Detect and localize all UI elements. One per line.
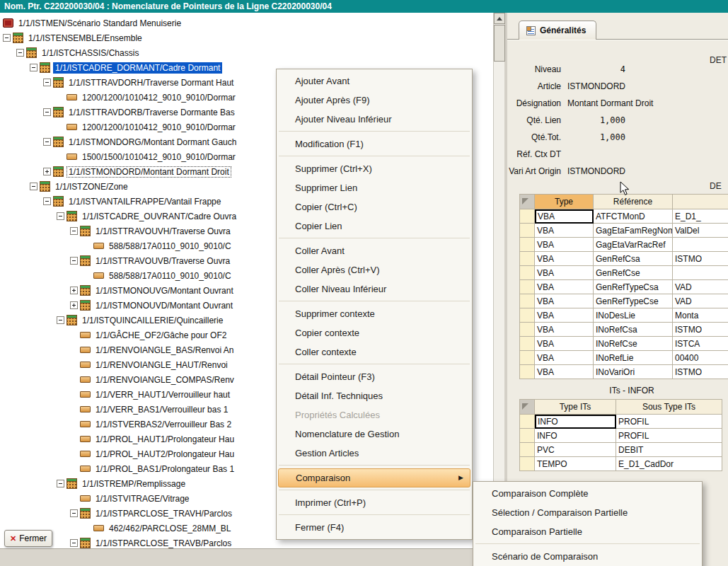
grid-cell[interactable]: PROFIL — [616, 415, 722, 429]
row-selector[interactable] — [519, 443, 535, 457]
grid-cell[interactable]: INoDesLie — [594, 308, 673, 323]
grid-cell[interactable] — [673, 238, 728, 252]
grid-cell[interactable]: VBA — [535, 308, 594, 323]
grid-cell[interactable]: VBA — [535, 238, 594, 252]
menu-item[interactable]: Gestion Articles — [277, 444, 472, 463]
grid-cell[interactable]: ISTCA — [673, 337, 728, 351]
tree-expander-minus-icon[interactable] — [70, 257, 78, 265]
grid-cell[interactable]: VBA — [535, 351, 594, 365]
tree-scrollbar[interactable] — [493, 13, 504, 548]
menu-item[interactable]: Ajouter Avant — [277, 71, 472, 91]
grid-cell[interactable]: PROFIL — [616, 429, 722, 443]
column-header[interactable]: Type ITs — [535, 399, 616, 415]
tree-expander-minus-icon[interactable] — [70, 227, 78, 235]
menu-item[interactable]: Fermer (F4) — [277, 518, 472, 537]
menu-item[interactable]: Comparaison Partielle — [473, 522, 702, 541]
grid-cell[interactable]: ISTMO — [673, 252, 728, 266]
grid-cell[interactable] — [673, 266, 728, 280]
grid-cell[interactable]: E_D1_ — [673, 209, 728, 224]
menu-item[interactable]: Détail Inf. Techniques — [277, 386, 472, 405]
grid-cell[interactable]: PVC — [535, 443, 616, 457]
tree-expander-minus-icon[interactable] — [43, 197, 51, 205]
menu-item[interactable]: Nomenclature de Gestion — [277, 424, 472, 444]
grid-cell[interactable]: VAD — [673, 280, 728, 294]
row-selector[interactable] — [519, 238, 535, 252]
menu-item[interactable]: Propriétés Calculées — [277, 405, 472, 424]
tree-expander-minus-icon[interactable] — [57, 480, 64, 487]
menu-item[interactable]: Supprimer contexte — [277, 304, 472, 323]
row-selector[interactable] — [519, 351, 535, 365]
row-selector[interactable] — [519, 266, 535, 280]
row-selector[interactable] — [519, 429, 535, 443]
grid-cell[interactable]: ISTMO — [673, 365, 728, 379]
tree-expander-minus-icon[interactable] — [43, 79, 51, 86]
row-selector[interactable] — [519, 308, 535, 323]
menu-item[interactable]: Copier contexte — [277, 323, 472, 342]
select-all-corner[interactable] — [519, 194, 535, 209]
tree-expander-minus-icon[interactable] — [3, 34, 11, 42]
menu-item[interactable]: Comparaison▶ — [278, 468, 470, 487]
tree-expander-minus-icon[interactable] — [16, 49, 24, 57]
grid-cell[interactable]: ATFCTMonD — [594, 209, 673, 224]
grid-cell[interactable]: 00400 — [673, 351, 728, 365]
menu-item[interactable]: Détail Pointeur (F3) — [277, 367, 472, 386]
grid-cell[interactable]: GenRefTypeCsa — [594, 280, 673, 294]
grid-cell[interactable]: VBA — [535, 224, 594, 238]
grid-cell[interactable]: VAD — [673, 294, 728, 308]
menu-item[interactable]: Supprimer Lien — [277, 178, 472, 197]
tree-expander-minus-icon[interactable] — [70, 509, 78, 517]
tree-expander-minus-icon[interactable] — [43, 138, 51, 146]
menu-item[interactable]: Ajouter Niveau Inférieur — [277, 110, 472, 129]
tree-expander-minus-icon[interactable] — [57, 316, 64, 324]
row-selector[interactable] — [519, 224, 535, 238]
row-selector[interactable] — [519, 252, 535, 266]
menu-item[interactable]: Coller Niveau Inférieur — [277, 279, 472, 299]
grid-cell[interactable]: GenRefCsa — [594, 252, 673, 266]
grid-cell[interactable]: TEMPO — [535, 457, 616, 471]
grid-cell[interactable]: VBA — [535, 294, 594, 308]
grid-cell[interactable]: VBA — [535, 252, 594, 266]
grid-cell[interactable]: INoRefLie — [594, 351, 673, 365]
menu-item[interactable]: Coller Avant — [277, 241, 472, 260]
grid-cell[interactable]: INoRefCse — [594, 337, 673, 351]
tree-item[interactable]: 1/1/ISTENSEMBLE/Ensemble — [0, 30, 504, 45]
select-all-corner[interactable] — [519, 399, 535, 415]
menu-item[interactable]: Ajouter Après (F9) — [277, 91, 472, 110]
tree-expander-plus-icon[interactable] — [70, 287, 78, 294]
grid-cell[interactable]: VBA — [535, 209, 594, 224]
grid-cell[interactable]: E_D1_CadDor — [616, 457, 722, 471]
grid-cell[interactable]: VBA — [535, 280, 594, 294]
tree-expander-minus-icon[interactable] — [30, 183, 37, 190]
tree-expander-minus-icon[interactable] — [30, 64, 37, 71]
grid-cell[interactable]: INoRefCsa — [594, 323, 673, 337]
menu-item[interactable]: Copier Lien — [277, 216, 472, 236]
menu-item[interactable]: Supprimer (Ctrl+X) — [277, 159, 472, 178]
tree-expander-plus-icon[interactable] — [70, 301, 78, 309]
grid-cell[interactable]: Monta — [673, 308, 728, 323]
column-header[interactable] — [673, 194, 728, 209]
row-selector[interactable] — [519, 415, 535, 429]
grid-cell[interactable]: GagEtaFamRegNom — [594, 224, 673, 238]
row-selector[interactable] — [519, 323, 535, 337]
column-header[interactable]: Type — [535, 194, 594, 209]
row-selector[interactable] — [519, 294, 535, 308]
scrollbar-thumb[interactable] — [494, 25, 505, 62]
menu-item[interactable]: Comparaison Complète — [473, 484, 702, 503]
menu-item[interactable]: Copier (Ctrl+C) — [277, 197, 472, 216]
grid-cell[interactable]: GagEtaVarRacRef — [594, 238, 673, 252]
tree-expander-plus-icon[interactable] — [43, 168, 51, 175]
column-header[interactable]: Sous Type ITs — [616, 399, 722, 415]
menu-item[interactable]: Modification (F1) — [277, 134, 472, 154]
grid-cell[interactable]: ISTMO — [673, 323, 728, 337]
grid-cell[interactable]: DEBIT — [616, 443, 722, 457]
grid-cell[interactable]: GenRefTypeCse — [594, 294, 673, 308]
column-header[interactable]: Référence — [594, 194, 673, 209]
tab-generalites[interactable]: Généralités — [519, 21, 596, 40]
tree-expander-minus-icon[interactable] — [43, 108, 51, 116]
row-selector[interactable] — [519, 209, 535, 224]
grid-cell[interactable]: GenRefCse — [594, 266, 673, 280]
grid-cell[interactable]: INoVariOri — [594, 365, 673, 379]
close-button[interactable]: ✕ Fermer — [4, 530, 52, 547]
row-selector[interactable] — [519, 365, 535, 379]
grid-cell[interactable]: INFO — [535, 415, 616, 429]
